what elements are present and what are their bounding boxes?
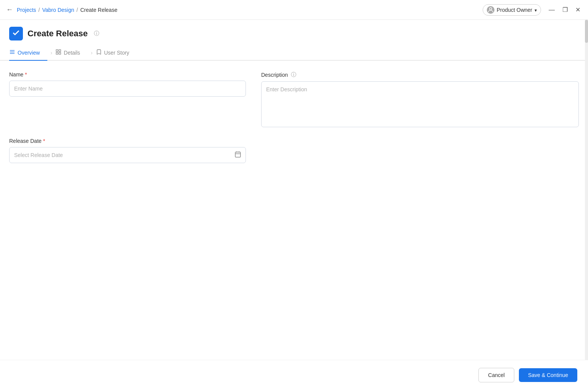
description-label: Description ⓘ	[261, 71, 579, 78]
tab-details[interactable]: Details	[55, 45, 88, 61]
user-avatar	[487, 6, 494, 14]
user-story-tab-icon	[96, 49, 102, 56]
svg-rect-4	[56, 50, 58, 52]
minimize-button[interactable]: —	[547, 6, 556, 14]
tab-user-story[interactable]: User Story	[96, 45, 137, 61]
svg-rect-5	[59, 50, 61, 52]
breadcrumb-sep2: /	[76, 7, 78, 13]
cancel-button[interactable]: Cancel	[478, 368, 514, 382]
close-button[interactable]: ✕	[574, 5, 582, 14]
back-button[interactable]: ←	[6, 6, 13, 14]
form-row-1: Name* Description ⓘ	[9, 71, 579, 127]
tabs-bar: Overview › Details › User Story	[0, 45, 588, 61]
details-tab-icon	[55, 49, 61, 56]
tab-overview[interactable]: Overview	[9, 45, 47, 61]
name-input[interactable]	[9, 81, 246, 97]
scrollbar-track	[585, 20, 588, 390]
release-date-input[interactable]	[9, 147, 246, 163]
svg-rect-6	[56, 52, 58, 54]
title-info-icon[interactable]: ⓘ	[94, 30, 99, 37]
breadcrumb-sep1: /	[39, 7, 40, 13]
tab-sep-1: ›	[50, 50, 52, 56]
restore-button[interactable]: ❐	[561, 5, 569, 14]
chevron-down-icon	[535, 7, 537, 13]
form-row-2: Release Date*	[9, 138, 579, 163]
tab-details-label: Details	[64, 50, 80, 56]
release-date-required: *	[43, 138, 45, 144]
name-required: *	[25, 71, 27, 78]
page-title: Create Release	[27, 29, 88, 39]
description-info-icon[interactable]: ⓘ	[291, 71, 296, 78]
release-icon	[9, 27, 23, 40]
release-date-label: Release Date*	[9, 138, 246, 144]
footer: Cancel Save & Continue	[0, 360, 588, 390]
name-label: Name*	[9, 71, 246, 78]
tab-user-story-label: User Story	[104, 50, 129, 56]
description-textarea[interactable]	[261, 81, 579, 127]
release-icon-checkmark	[12, 29, 20, 39]
tab-sep-2: ›	[91, 50, 93, 56]
user-menu[interactable]: Product Owner	[483, 4, 541, 16]
date-input-wrapper	[9, 147, 246, 163]
window-controls: — ❐ ✕	[547, 5, 582, 14]
user-name: Product Owner	[497, 7, 532, 13]
description-group: Description ⓘ	[261, 71, 579, 127]
top-bar: ← Projects / Vabro Design / Create Relea…	[0, 0, 588, 20]
name-group: Name*	[9, 71, 246, 97]
breadcrumb-current: Create Release	[80, 7, 117, 13]
page-header: Create Release ⓘ	[0, 20, 588, 45]
breadcrumb-vabro[interactable]: Vabro Design	[42, 7, 74, 13]
breadcrumb-projects[interactable]: Projects	[17, 7, 36, 13]
top-right: Product Owner — ❐ ✕	[483, 4, 582, 16]
svg-rect-7	[59, 52, 61, 54]
breadcrumb: ← Projects / Vabro Design / Create Relea…	[6, 6, 117, 14]
form-content: Name* Description ⓘ Release Date*	[0, 61, 588, 174]
tab-overview-label: Overview	[18, 50, 40, 56]
save-continue-button[interactable]: Save & Continue	[519, 368, 577, 382]
svg-point-0	[489, 8, 492, 10]
scrollbar-thumb[interactable]	[585, 20, 588, 43]
overview-tab-icon	[9, 49, 15, 56]
release-date-group: Release Date*	[9, 138, 246, 163]
